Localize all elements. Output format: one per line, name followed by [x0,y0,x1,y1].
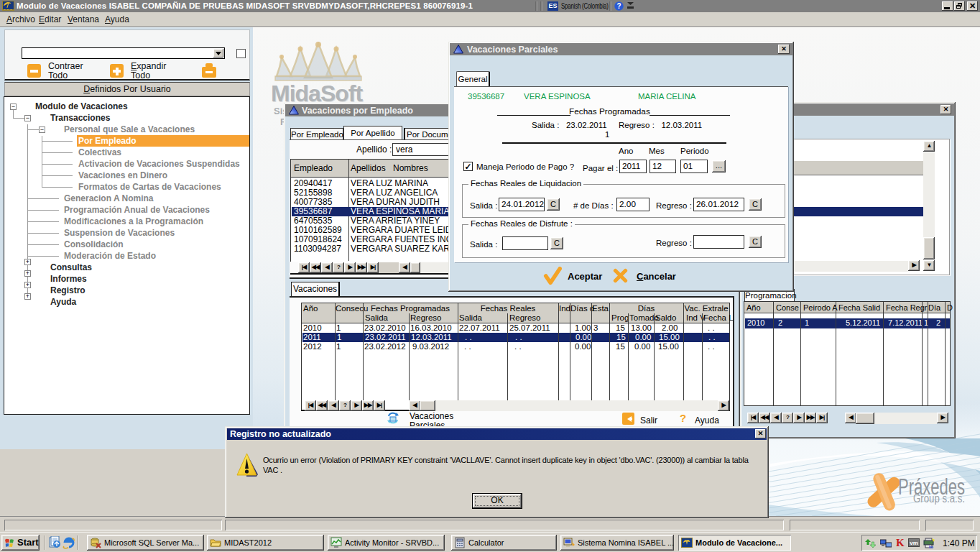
svg-text:?: ? [616,2,621,10]
svg-text:hp: hp [929,545,933,549]
svg-text:Group s.a.s.: Group s.a.s. [913,492,965,505]
